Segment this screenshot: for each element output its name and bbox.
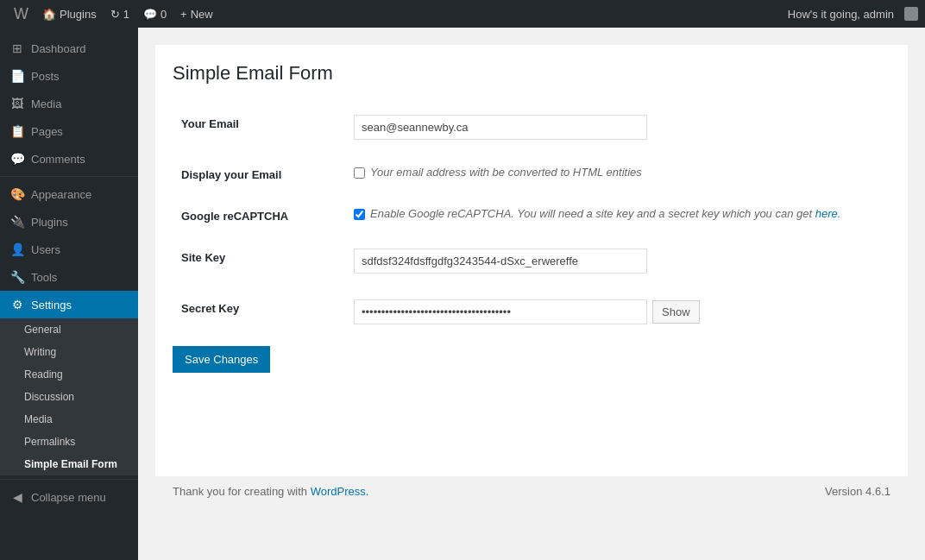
footer: Thank you for creating with WordPress. V… xyxy=(155,476,908,507)
display-email-checkbox[interactable] xyxy=(354,167,365,179)
settings-icon: ⚙ xyxy=(10,298,24,311)
site-key-label: Site Key xyxy=(173,236,345,286)
sidebar-item-dashboard[interactable]: ⊞ Dashboard xyxy=(0,35,138,62)
collapse-menu[interactable]: ◀ Collapse menu xyxy=(0,483,138,511)
plugins-icon: 🔌 xyxy=(10,215,24,229)
secret-key-input[interactable] xyxy=(354,299,647,324)
display-email-row: Display your Email Your email address wi… xyxy=(173,153,890,194)
form-table: Your Email Display your Email Y xyxy=(173,102,890,337)
appearance-icon: 🎨 xyxy=(10,187,24,201)
footer-credit: Thank you for creating with WordPress. xyxy=(173,485,368,498)
recaptcha-link[interactable]: here xyxy=(815,207,838,220)
tools-icon: 🔧 xyxy=(10,270,24,284)
recaptcha-label: Google reCAPTCHA xyxy=(173,194,345,236)
your-email-input[interactable] xyxy=(354,115,647,140)
home-icon: 🏠 xyxy=(42,8,56,21)
sidebar-item-label: Dashboard xyxy=(31,42,86,55)
secret-key-wrap: Show xyxy=(354,299,882,324)
adminbar-right: How's it going, admin xyxy=(781,7,918,21)
submenu-general[interactable]: General xyxy=(0,318,138,341)
submenu-simple-email-form[interactable]: Simple Email Form xyxy=(0,453,138,475)
adminbar-home[interactable]: 🏠 Plugins xyxy=(35,0,104,28)
updates-icon: ↻ xyxy=(110,8,120,21)
pages-icon: 📋 xyxy=(10,124,24,138)
content-wrap: ⊞ Dashboard 📄 Posts 🖼 Media 📋 Pages 💬 Co… xyxy=(0,28,925,560)
site-key-input[interactable] xyxy=(354,249,647,274)
sidebar-item-appearance[interactable]: 🎨 Appearance xyxy=(0,180,138,208)
submenu-media[interactable]: Media xyxy=(0,408,138,431)
recaptcha-description: Enable Google reCAPTCHA. You will need a… xyxy=(370,207,840,220)
submenu-reading[interactable]: Reading xyxy=(0,363,138,386)
your-email-row: Your Email xyxy=(173,102,890,153)
plus-icon: + xyxy=(180,8,187,21)
sidebar-item-label: Tools xyxy=(31,271,57,284)
posts-icon: 📄 xyxy=(10,69,24,83)
content-wrap-inner: Simple Email Form Your Email Dis xyxy=(155,45,908,476)
sidebar-item-users[interactable]: 👤 Users xyxy=(0,236,138,263)
submenu-discussion[interactable]: Discussion xyxy=(0,386,138,408)
admin-menu: ⊞ Dashboard 📄 Posts 🖼 Media 📋 Pages 💬 Co… xyxy=(0,28,138,560)
wordpress-link[interactable]: WordPress. xyxy=(311,485,369,498)
sidebar-item-label: Settings xyxy=(31,299,72,311)
sidebar-item-plugins[interactable]: 🔌 Plugins xyxy=(0,208,138,236)
sidebar-item-tools[interactable]: 🔧 Tools xyxy=(0,263,138,291)
sidebar-item-label: Media xyxy=(31,98,61,110)
howdy-text: How's it going, admin xyxy=(781,8,901,21)
media-icon: 🖼 xyxy=(10,97,24,110)
secret-key-row: Secret Key Show xyxy=(173,286,890,337)
adminbar-updates[interactable]: ↻ 1 xyxy=(104,0,136,28)
sidebar-item-media[interactable]: 🖼 Media xyxy=(0,90,138,117)
wp-logo[interactable]: W xyxy=(7,5,35,23)
recaptcha-checkbox[interactable] xyxy=(354,209,365,220)
sidebar-item-label: Users xyxy=(31,243,60,256)
sidebar-item-settings[interactable]: ⚙ Settings xyxy=(0,291,138,318)
sidebar-item-posts[interactable]: 📄 Posts xyxy=(0,62,138,90)
show-secret-button[interactable]: Show xyxy=(652,300,700,324)
dashboard-icon: ⊞ xyxy=(10,41,24,55)
sidebar-item-pages[interactable]: 📋 Pages xyxy=(0,117,138,145)
menu-separator xyxy=(0,176,138,177)
secret-key-label: Secret Key xyxy=(173,286,345,337)
save-changes-button[interactable]: Save Changes xyxy=(173,346,270,373)
display-email-checkbox-wrap: Your email address with be converted to … xyxy=(354,166,882,179)
display-email-label: Display your Email xyxy=(173,153,345,194)
adminbar-comments[interactable]: 💬 0 xyxy=(136,0,173,28)
sidebar-item-label: Comments xyxy=(31,153,85,166)
adminbar-new[interactable]: + New xyxy=(173,0,220,28)
comments-icon: 💬 xyxy=(143,8,157,21)
admin-bar: W 🏠 Plugins ↻ 1 💬 0 + New How's it going… xyxy=(0,0,925,28)
recaptcha-checkbox-wrap: Enable Google reCAPTCHA. You will need a… xyxy=(354,207,882,220)
sidebar-item-label: Plugins xyxy=(31,216,68,229)
main-content: Simple Email Form Your Email Dis xyxy=(138,28,925,560)
collapse-label: Collapse menu xyxy=(31,491,106,504)
submenu-permalinks[interactable]: Permalinks xyxy=(0,431,138,453)
your-email-label: Your Email xyxy=(173,102,345,153)
sidebar-item-label: Pages xyxy=(31,125,63,138)
comments-nav-icon: 💬 xyxy=(10,152,24,166)
sidebar-item-label: Appearance xyxy=(31,188,91,201)
sidebar-item-label: Posts xyxy=(31,70,60,83)
settings-form: Your Email Display your Email Y xyxy=(173,102,890,373)
footer-version: Version 4.6.1 xyxy=(825,485,890,498)
submenu-writing[interactable]: Writing xyxy=(0,341,138,363)
display-email-description: Your email address with be converted to … xyxy=(370,166,642,179)
site-key-row: Site Key xyxy=(173,236,890,286)
recaptcha-row: Google reCAPTCHA Enable Google reCAPTCHA… xyxy=(173,194,890,236)
avatar xyxy=(904,7,918,21)
users-icon: 👤 xyxy=(10,242,24,256)
settings-submenu: General Writing Reading Discussion Media… xyxy=(0,318,138,475)
sidebar-item-comments[interactable]: 💬 Comments xyxy=(0,145,138,173)
menu-separator-2 xyxy=(0,479,138,480)
collapse-icon: ◀ xyxy=(10,490,24,504)
page-title: Simple Email Form xyxy=(173,62,890,85)
